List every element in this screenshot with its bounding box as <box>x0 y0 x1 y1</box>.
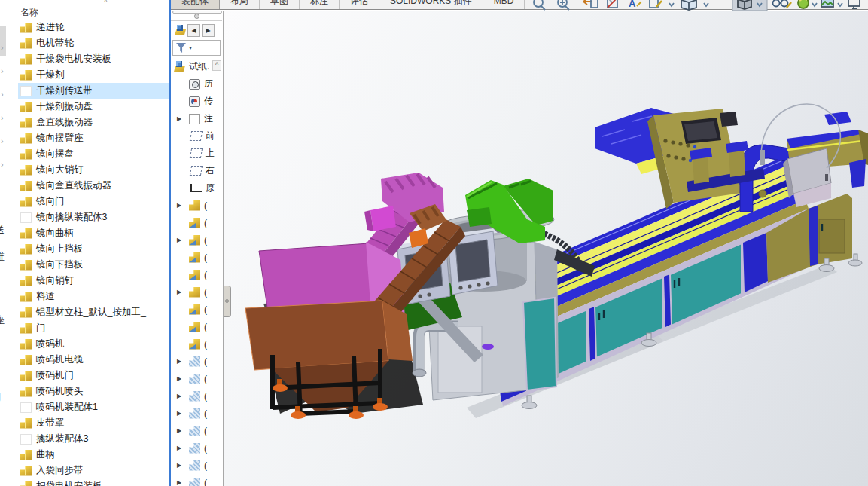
list-item[interactable]: 料道 <box>18 289 169 304</box>
list-item[interactable]: 电机带轮 <box>18 35 169 51</box>
list-item[interactable]: 干燥剂振动盘 <box>18 99 169 115</box>
tree-item[interactable]: ▶ ( <box>171 387 224 405</box>
expand-arrow-icon[interactable]: ▶ <box>177 445 181 451</box>
expand-arrow-icon[interactable]: ▶ <box>177 358 181 365</box>
expand-arrow-icon[interactable]: ▶ <box>177 375 181 382</box>
list-item[interactable]: 干燥剂 <box>18 67 169 83</box>
list-item[interactable]: 镜向盒直线振动器 <box>18 178 169 194</box>
tree-item[interactable]: ▶ ( <box>171 231 224 249</box>
zoom-to-fit-icon[interactable] <box>534 0 545 10</box>
tree-item[interactable]: ( <box>171 318 224 335</box>
expand-arrow-icon[interactable]: ▶ <box>177 237 181 243</box>
nav-expand-chevron-icon[interactable]: › <box>1 136 4 145</box>
tree-item[interactable]: ▶ ( <box>171 474 224 486</box>
list-item[interactable]: 铝型材立柱_默认_按加工_ <box>18 304 169 320</box>
tree-item[interactable]: 右 <box>171 162 224 179</box>
splitter-grip-icon[interactable] <box>194 14 199 19</box>
tree-item[interactable]: ( <box>171 301 224 318</box>
tab-scroll-left-button[interactable]: ◀ <box>187 24 200 37</box>
list-item[interactable]: 喷码机门 <box>18 368 169 384</box>
graphics-viewport[interactable] <box>224 11 868 486</box>
list-item[interactable]: 镜向曲柄 <box>18 225 169 241</box>
list-item[interactable]: 喷码机 <box>18 336 169 352</box>
expand-arrow-icon[interactable]: ▶ <box>177 427 181 434</box>
nav-expand-chevron-icon[interactable]: › <box>1 113 4 122</box>
tree-item[interactable]: ▶ ( <box>171 457 224 474</box>
list-item[interactable]: 镜向摆盘 <box>18 146 169 162</box>
commandmanager-tab[interactable]: 标注 <box>300 0 340 10</box>
tab-scroll-right-button[interactable]: ▶ <box>202 24 215 37</box>
list-item[interactable]: 干燥剂传送带 <box>18 83 169 99</box>
assembly-tab-icon[interactable] <box>175 25 186 35</box>
expand-arrow-icon[interactable]: ▶ <box>177 202 181 209</box>
tree-item[interactable]: 原 <box>171 179 224 197</box>
tree-item[interactable]: ▶ ( <box>171 439 224 457</box>
expand-arrow-icon[interactable]: ▶ <box>177 410 181 417</box>
sort-ascending-icon[interactable]: ^ <box>104 0 108 7</box>
tree-item[interactable]: 历 <box>171 75 224 93</box>
tree-item[interactable]: ▶ ( <box>171 283 224 301</box>
tree-item[interactable]: ( <box>171 266 224 283</box>
list-item[interactable]: 喷码机电缆 <box>18 352 169 368</box>
caret-icon[interactable] <box>704 3 708 6</box>
tree-item[interactable]: ( <box>171 249 224 266</box>
column-header-name[interactable]: 名称 <box>20 6 38 19</box>
tree-item[interactable]: ▶ ( <box>171 370 224 387</box>
view-orientation-cube-icon[interactable] <box>681 0 696 10</box>
appearance-icon[interactable] <box>650 0 662 8</box>
list-item[interactable]: 皮带罩 <box>18 415 169 431</box>
commandmanager-tab[interactable]: SOLIDWORKS 插件 <box>379 0 483 10</box>
commandmanager-tab[interactable]: 布局 <box>220 0 260 10</box>
commandmanager-tab[interactable]: 评估 <box>340 0 379 10</box>
nav-expand-chevron-icon[interactable]: › <box>1 43 4 52</box>
panel-splitter-tab[interactable] <box>224 286 231 317</box>
expand-arrow-icon[interactable]: ▶ <box>177 115 181 122</box>
tree-item[interactable]: ▶ ( <box>171 353 224 370</box>
expand-arrow-icon[interactable]: ▶ <box>177 393 181 399</box>
tree-item[interactable]: ( <box>171 214 224 231</box>
list-item[interactable]: 镜向擒纵装配体3 <box>18 209 169 225</box>
tree-item[interactable]: 传 <box>171 93 224 110</box>
tree-item[interactable]: ▶ ( <box>171 405 224 422</box>
tree-item[interactable]: ▶ ( <box>171 422 224 439</box>
zoom-to-area-icon[interactable] <box>558 0 569 10</box>
expand-arrow-icon[interactable]: ▶ <box>177 479 181 486</box>
list-item[interactable]: 擒纵装配体3 <box>18 431 169 447</box>
list-item[interactable]: 喷码机喷头 <box>18 384 169 399</box>
section-view-icon[interactable] <box>608 0 617 8</box>
apply-scene-icon[interactable] <box>821 0 833 7</box>
list-item[interactable]: 镜向门 <box>18 194 169 209</box>
caret-icon[interactable] <box>838 3 842 6</box>
tree-item[interactable]: ▶ ( <box>171 197 224 214</box>
expand-arrow-icon[interactable]: ▶ <box>177 462 181 469</box>
tree-item[interactable]: ( <box>171 335 224 353</box>
previous-view-icon[interactable] <box>583 0 598 8</box>
list-item[interactable]: 喷码机装配体1 <box>18 399 169 415</box>
view-settings-icon[interactable] <box>848 0 860 8</box>
list-item[interactable]: 门 <box>18 320 169 336</box>
nav-expand-chevron-icon[interactable]: › <box>1 160 4 169</box>
annotation-view-icon[interactable]: A <box>629 0 641 9</box>
edit-appearance-icon[interactable] <box>798 0 809 8</box>
list-item[interactable]: 入袋同步带 <box>18 463 169 478</box>
list-item[interactable]: 镜向销钉 <box>18 273 169 289</box>
list-item[interactable]: 递进轮 <box>18 20 169 35</box>
display-style-icon[interactable] <box>738 0 751 9</box>
hide-show-items-icon[interactable] <box>773 0 792 8</box>
tree-root-assembly[interactable]: 试纸. <box>171 57 224 75</box>
commandmanager-tab[interactable]: 草图 <box>260 0 300 10</box>
nav-expand-chevron-icon[interactable]: › <box>1 66 4 75</box>
tree-item[interactable]: ▶ 注 <box>171 110 224 127</box>
tree-item[interactable]: 上 <box>171 145 224 162</box>
list-item[interactable]: 镜向摆臂座 <box>18 130 169 146</box>
list-item[interactable]: 干燥袋电机安装板 <box>18 51 169 67</box>
list-item[interactable]: 扫袋电机安装板 <box>18 478 169 486</box>
commandmanager-tab[interactable]: MBD <box>483 0 525 10</box>
nav-expand-chevron-icon[interactable]: › <box>1 90 4 99</box>
list-item[interactable]: 盒直线振动器 <box>18 115 169 130</box>
explorer-nav-pane[interactable]: ›››››› 送维座丁 <box>0 0 18 486</box>
list-item[interactable]: 镜向大销钉 <box>18 162 169 178</box>
expand-arrow-icon[interactable]: ▶ <box>177 289 181 295</box>
list-item[interactable]: 镜向上挡板 <box>18 241 169 257</box>
list-item[interactable]: 镜向下挡板 <box>18 257 169 273</box>
